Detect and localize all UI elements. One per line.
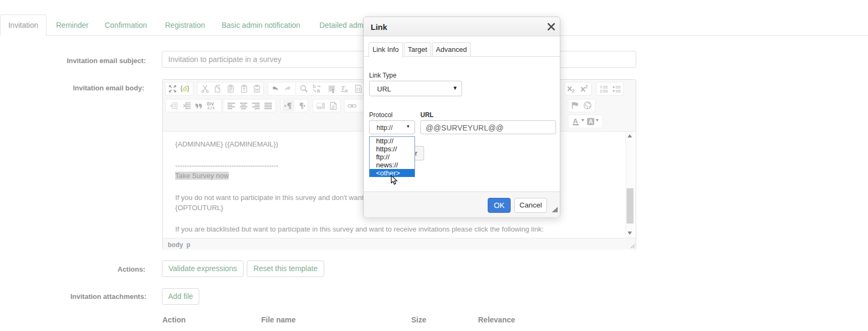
svg-text:2: 2 [585,84,588,89]
svg-text:a: a [317,87,320,94]
svg-text:2: 2 [600,89,603,94]
svg-text:T: T [341,84,346,92]
svg-text:b: b [312,84,316,89]
svg-text:A: A [573,117,578,125]
svg-text:2: 2 [572,88,575,94]
svg-text:A: A [589,118,593,125]
